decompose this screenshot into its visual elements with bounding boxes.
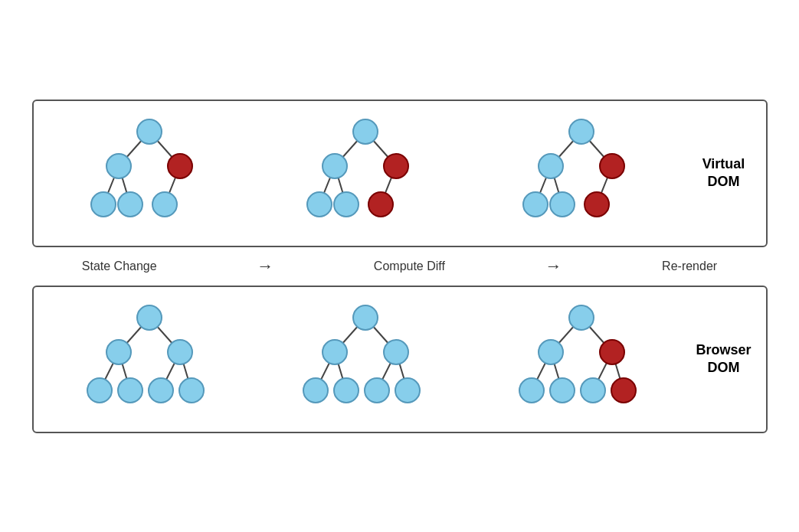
svg-point-19	[307, 192, 332, 217]
svg-point-28	[539, 154, 563, 178]
svg-point-65	[569, 305, 594, 330]
step3-text: Re-render	[662, 259, 717, 273]
svg-point-7	[168, 154, 192, 178]
svg-point-6	[106, 154, 131, 178]
svg-point-16	[353, 119, 378, 144]
svg-point-18	[384, 154, 408, 178]
svg-point-21	[368, 192, 393, 217]
svg-point-69	[550, 378, 575, 403]
svg-point-52	[353, 305, 378, 330]
svg-point-40	[106, 340, 131, 364]
virtual-dom-label: Virtual DOM	[689, 155, 758, 191]
main-container: Virtual DOM State Change → Compute Diff …	[32, 100, 768, 433]
svg-point-44	[149, 378, 173, 403]
svg-point-71	[611, 378, 636, 403]
svg-point-55	[303, 378, 328, 403]
svg-point-67	[600, 340, 624, 364]
tree-diagram	[296, 302, 434, 416]
svg-point-20	[334, 192, 359, 217]
svg-point-31	[550, 192, 575, 217]
svg-point-54	[384, 340, 408, 364]
svg-point-30	[523, 192, 548, 217]
tree-diagram	[80, 302, 218, 416]
tree-diagram	[512, 116, 650, 230]
svg-point-9	[118, 192, 142, 217]
step2-label: Compute Diff	[374, 259, 445, 273]
step1-text: State Change	[82, 259, 157, 273]
browser-dom-box: Browser DOM	[32, 286, 768, 433]
svg-point-10	[152, 192, 177, 217]
step3-label: Re-render	[662, 259, 717, 273]
tree-diagram	[80, 116, 218, 230]
svg-point-43	[118, 378, 142, 403]
svg-point-17	[323, 154, 347, 178]
tree-diagram	[512, 302, 650, 416]
svg-point-66	[539, 340, 563, 364]
step2-text: Compute Diff	[374, 259, 445, 273]
arrow2: →	[545, 256, 562, 276]
svg-point-27	[569, 119, 594, 144]
svg-point-39	[137, 305, 162, 330]
svg-point-45	[179, 378, 204, 403]
svg-point-58	[395, 378, 420, 403]
svg-point-5	[137, 119, 162, 144]
arrow1: →	[257, 256, 273, 276]
svg-point-57	[365, 378, 389, 403]
svg-point-68	[519, 378, 544, 403]
svg-point-41	[168, 340, 192, 364]
svg-point-8	[91, 192, 116, 217]
tree-diagram	[296, 116, 434, 230]
step1-label: State Change	[82, 259, 157, 273]
svg-point-32	[585, 192, 609, 217]
svg-point-42	[87, 378, 112, 403]
svg-point-53	[323, 340, 347, 364]
svg-point-56	[334, 378, 359, 403]
step-labels-row: State Change → Compute Diff → Re-render	[32, 247, 768, 286]
svg-point-70	[581, 378, 605, 403]
svg-point-29	[600, 154, 624, 178]
virtual-dom-box: Virtual DOM	[32, 100, 768, 247]
browser-dom-label: Browser DOM	[689, 341, 758, 377]
